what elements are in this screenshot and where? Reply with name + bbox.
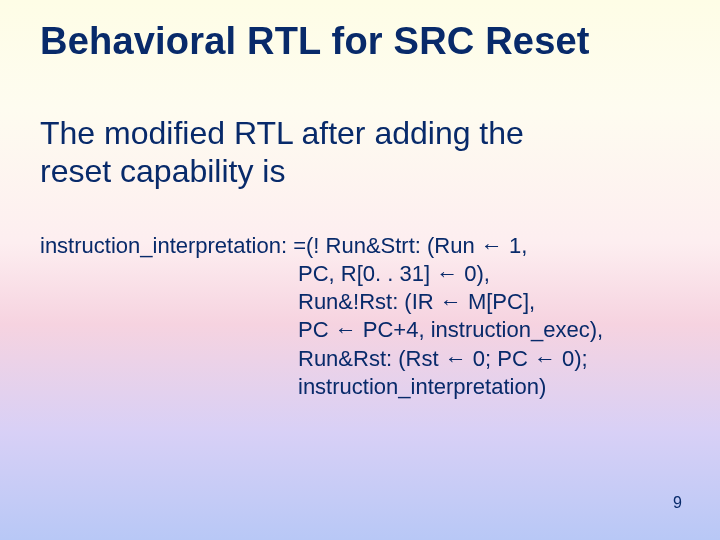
slide: Behavioral RTL for SRC Reset The modifie… [0, 0, 720, 540]
body-line-2: reset capability is [40, 153, 680, 191]
body-line-1: The modified RTL after adding the [40, 115, 680, 153]
rtl-line-6: instruction_interpretation) [298, 373, 690, 401]
rtl-block: instruction_interpretation: =(! Run&Strt… [40, 232, 690, 401]
slide-title: Behavioral RTL for SRC Reset [40, 20, 590, 63]
rtl-line-1: instruction_interpretation: =(! Run&Strt… [40, 232, 690, 260]
rtl-line-3: Run&!Rst: (IR ← M[PC], [298, 288, 690, 316]
rtl-line-2: PC, R[0. . 31] ← 0), [298, 260, 690, 288]
page-number: 9 [673, 494, 682, 512]
rtl-line-4: PC ← PC+4, instruction_exec), [298, 316, 690, 344]
slide-body: The modified RTL after adding the reset … [40, 115, 680, 191]
rtl-line-5: Run&Rst: (Rst ← 0; PC ← 0); [298, 345, 690, 373]
